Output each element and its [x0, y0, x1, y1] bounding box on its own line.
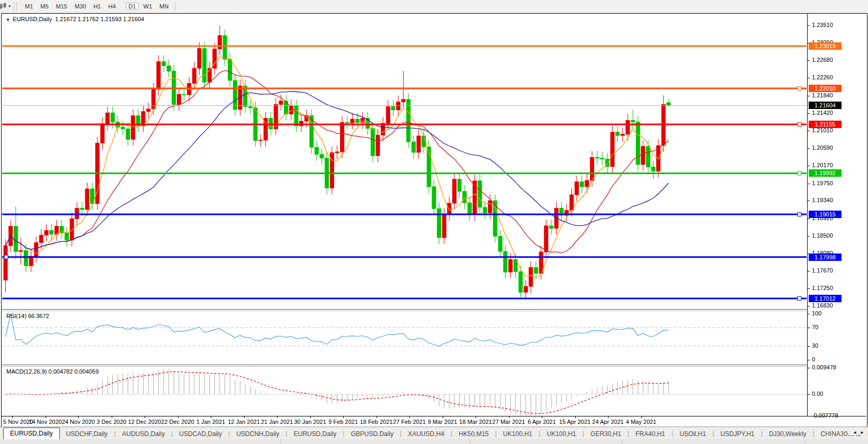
rsi-pane[interactable] — [2, 311, 807, 364]
chart-tab-usoil-h1[interactable]: USOil,H1 — [673, 429, 712, 439]
tab-scroll-arrows: ◂▸ — [848, 429, 866, 435]
timeframe-button-h1[interactable]: H1 — [91, 3, 103, 10]
price-tick — [808, 306, 810, 306]
timeframe-button-mn[interactable]: MN — [157, 3, 171, 10]
date-tick — [542, 416, 542, 418]
chart-tab-eurusd-daily[interactable]: EURUSD,Daily — [3, 428, 60, 439]
pane-separator[interactable] — [2, 309, 866, 311]
hline-price-label: 1.19015 — [809, 211, 842, 218]
date-tick — [145, 416, 145, 418]
chart-tab-usdchf-daily[interactable]: USDCHF,Daily — [60, 429, 114, 439]
rsi-tick-label: 70 — [812, 324, 818, 330]
chart-tab-usdjpy-h1[interactable]: USDJPY,H1 — [714, 429, 760, 439]
price-axis[interactable]: 1.235101.230901.226801.222601.218401.214… — [807, 14, 866, 416]
current-price-label: 1.21604 — [809, 102, 842, 109]
date-tick — [608, 416, 609, 418]
tab-scroll-right-button[interactable]: ▸ — [858, 429, 866, 435]
rsi-tick — [808, 328, 810, 328]
price-chart-pane[interactable] — [2, 15, 807, 309]
date-tick — [112, 416, 112, 418]
price-tick — [808, 131, 810, 131]
date-tick — [377, 416, 377, 418]
chart-tab-dj30-weekly[interactable]: DJ30,Weekly — [763, 429, 812, 439]
price-tick — [808, 271, 810, 271]
price-tick-label: 1.18500 — [812, 232, 833, 239]
timeframe-button-m5[interactable]: M5 — [38, 3, 51, 10]
date-label: 4 May 2021 — [626, 419, 656, 425]
chart-tab-eurusd-daily[interactable]: EURUSD,Daily — [288, 429, 343, 439]
timeframe-button-m15[interactable]: M15 — [53, 3, 70, 10]
chart-tab-fra40-h1[interactable]: FRA40,H1 — [629, 429, 672, 439]
macd-pane[interactable] — [2, 366, 807, 415]
price-tick — [808, 236, 810, 237]
price-tick-label: 1.20170 — [812, 162, 833, 168]
price-tick — [808, 166, 810, 166]
strip-separator — [470, 439, 470, 444]
chart-frame: ▼EURUSD,Daily 1.21672 1.21762 1.21593 1.… — [1, 13, 867, 427]
date-tick — [244, 416, 245, 418]
price-tick — [808, 184, 810, 184]
date-tick — [12, 416, 13, 418]
chart-tab-hk50-m15[interactable]: HK50,M15 — [452, 429, 495, 439]
macd-tick — [808, 394, 810, 395]
price-tick-label: 1.22260 — [812, 74, 833, 80]
date-label: 15 Apr 2021 — [559, 419, 590, 425]
date-tick — [78, 416, 79, 418]
strip-separator — [805, 439, 806, 444]
macd-tick-label: 0.009478 — [812, 364, 836, 370]
chart-tab-audusd-daily[interactable]: AUDUSD,Daily — [116, 429, 172, 439]
price-tick — [808, 60, 810, 61]
chart-tab-ger30-h1[interactable]: GER30,H1 — [584, 429, 628, 439]
chart-title-ohlc: 1.21672 1.21762 1.21593 1.21604 — [55, 16, 144, 22]
price-tick — [808, 219, 810, 219]
pane-separator[interactable] — [2, 365, 866, 367]
hline-price-label: 1.21155 — [809, 121, 842, 128]
toolbar-drag-grip[interactable] — [14, 2, 17, 11]
date-label: 6 Apr 2021 — [527, 419, 556, 425]
date-label: 27 Feb 2021 — [393, 419, 426, 425]
macd-tick-label: -0.007778 — [812, 412, 838, 419]
date-tick — [509, 416, 509, 418]
date-label: 3 Dec 2020 — [96, 419, 126, 425]
timeframe-button-h4[interactable]: H4 — [105, 3, 118, 10]
date-tick — [211, 416, 211, 418]
timeframe-button-d1[interactable]: D1 — [126, 3, 139, 10]
chart-tab-bar: EURUSD,DailyUSDCHF,Daily|AUDUSD,Daily|US… — [0, 427, 868, 439]
date-label: 18 Mar 2021 — [459, 419, 492, 425]
price-tick — [808, 78, 810, 78]
price-tick-label: 1.19750 — [812, 180, 833, 186]
date-axis[interactable]: 5 Nov 202014 Nov 202024 Nov 20203 Dec 20… — [2, 416, 866, 426]
timeframe-button-m1[interactable]: M1 — [22, 3, 35, 10]
rsi-indicator-label: RSI(14) 66.3672 — [6, 313, 49, 319]
tab-scroll-left-button[interactable]: ◂ — [851, 429, 858, 435]
date-label: 22 Dec 2020 — [161, 419, 194, 425]
chart-tab-uk100-h1[interactable]: UK100,H1 — [540, 429, 582, 439]
chart-tab-usdcad-daily[interactable]: USDCAD,Daily — [173, 429, 228, 439]
macd-tick — [808, 368, 810, 368]
price-tick — [808, 25, 810, 26]
symbol-dropdown-icon[interactable]: ▼ — [6, 17, 10, 22]
chart-type-dropdown-caret[interactable]: ▾ — [8, 4, 11, 8]
chart-tab-usdcnh-daily[interactable]: USDCNH,Daily — [230, 429, 285, 439]
candlestick-chart-icon[interactable] — [0, 2, 8, 11]
chart-title-symbol: EURUSD,Daily — [13, 16, 52, 22]
timeframe-toolbar: ▾ M1M5M15M30H1H4D1W1MN — [0, 0, 868, 13]
date-tick — [641, 416, 642, 418]
chart-tab-uk100-h1[interactable]: UK100,H1 — [497, 429, 539, 439]
date-label: 21 Jan 2021 — [261, 419, 293, 425]
chart-tab-xauusd-h4[interactable]: XAUUSD,H4 — [401, 429, 451, 439]
price-tick — [808, 288, 810, 289]
date-tick — [476, 416, 476, 418]
macd-indicator-label: MACD(12,26,9) 0.004782 0.004059 — [6, 368, 99, 375]
timeframe-button-w1[interactable]: W1 — [141, 3, 155, 10]
strip-separator — [281, 439, 281, 444]
date-label: 12 Jan 2021 — [228, 419, 260, 425]
date-tick — [46, 416, 46, 418]
date-label: 27 Mar 2021 — [493, 419, 525, 425]
date-tick — [575, 416, 576, 418]
price-tick — [808, 96, 810, 96]
timeframe-button-m30[interactable]: M30 — [72, 3, 88, 10]
chart-tab-gbpusd-daily[interactable]: GBPUSD,Daily — [344, 429, 400, 439]
price-tick-label: 1.21420 — [812, 110, 833, 116]
rsi-tick — [808, 314, 810, 314]
